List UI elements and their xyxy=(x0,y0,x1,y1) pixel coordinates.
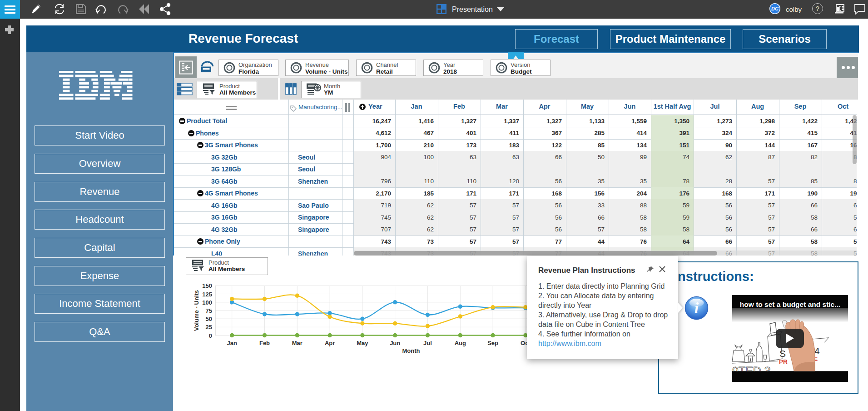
svg-text:Jun: Jun xyxy=(390,340,400,346)
svg-text:0: 0 xyxy=(209,332,212,339)
svg-text:Month: Month xyxy=(402,347,420,354)
svg-text:i: i xyxy=(694,300,699,316)
svg-text:PR: PR xyxy=(779,358,788,365)
svg-text:4: 4 xyxy=(814,346,820,356)
svg-text:50: 50 xyxy=(206,316,212,322)
svg-text:Volume - Units: Volume - Units xyxy=(193,290,200,331)
svg-text:Jul: Jul xyxy=(423,340,432,346)
svg-text:Sep: Sep xyxy=(487,340,498,346)
svg-text:150: 150 xyxy=(202,282,212,289)
svg-text:Mar: Mar xyxy=(292,340,303,346)
svg-text:Feb: Feb xyxy=(259,340,270,346)
svg-text:Apr: Apr xyxy=(325,340,335,346)
svg-text:Jan: Jan xyxy=(227,340,237,346)
svg-text:125: 125 xyxy=(202,291,212,298)
svg-text:75: 75 xyxy=(206,307,212,314)
svg-text:25: 25 xyxy=(206,324,212,331)
svg-text:Aug: Aug xyxy=(455,340,466,346)
svg-text:May: May xyxy=(357,340,368,346)
svg-text:S: S xyxy=(779,348,786,359)
svg-text:100: 100 xyxy=(202,299,212,306)
